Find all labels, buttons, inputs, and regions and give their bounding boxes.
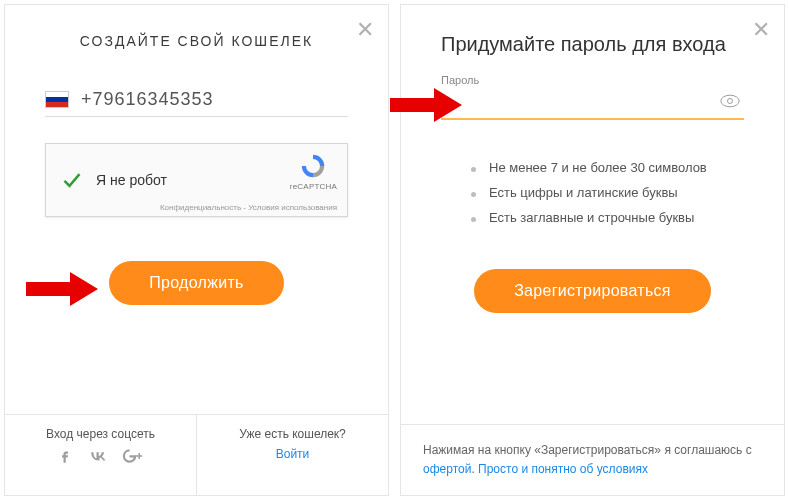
recaptcha-widget[interactable]: Я не робот reCAPTCHA Конфиденциальность … [45,143,348,217]
panel-title: Придумайте пароль для входа [441,33,784,56]
register-button[interactable]: Зарегистрироваться [474,269,711,313]
arrow-annotation-icon [390,88,450,118]
rule-item: Есть цифры и латинские буквы [471,185,784,200]
svg-point-0 [721,95,739,107]
have-wallet-block: Уже есть кошелек? Войти [196,415,388,495]
google-plus-icon[interactable] [122,447,146,465]
continue-button[interactable]: Продолжить [109,261,283,305]
eye-icon[interactable] [720,94,740,112]
svg-rect-2 [26,282,70,296]
flag-ru-icon[interactable] [45,91,69,108]
left-footer: Вход через соцсеть Уже есть кошелек? Вой… [5,414,388,495]
vk-icon[interactable] [86,447,110,465]
terms-link[interactable]: Просто и понятно об условиях [478,462,648,476]
facebook-icon[interactable] [56,447,74,465]
social-login-label: Вход через соцсеть [5,427,196,441]
captcha-terms[interactable]: Конфиденциальность - Условия использован… [160,203,337,212]
create-wallet-panel: ✕ СОЗДАЙТЕ СВОЙ КОШЕЛЕК +79616345353 Я н… [4,4,389,496]
svg-marker-5 [434,88,462,122]
offer-link[interactable]: офертой [423,462,471,476]
create-password-panel: ✕ Придумайте пароль для входа Пароль Не … [400,4,785,496]
svg-marker-3 [70,272,98,306]
have-wallet-label: Уже есть кошелек? [197,427,388,441]
password-label: Пароль [441,74,784,86]
social-login-block: Вход через соцсеть [5,415,196,495]
password-rules: Не менее 7 и не более 30 символов Есть ц… [471,160,784,225]
arrow-annotation-icon [26,272,86,302]
rule-item: Не менее 7 и не более 30 символов [471,160,784,175]
disclaimer: Нажимая на кнопку «Зарегистрироваться» я… [401,424,784,495]
password-input[interactable] [441,90,744,120]
svg-rect-4 [390,98,434,112]
phone-input[interactable]: +79616345353 [45,89,348,117]
svg-point-1 [728,99,733,104]
captcha-label: Я не робот [96,172,167,188]
rule-item: Есть заглавные и строчные буквы [471,210,784,225]
phone-value: +79616345353 [81,89,214,110]
recaptcha-icon: reCAPTCHA [290,152,337,191]
panel-title: СОЗДАЙТЕ СВОЙ КОШЕЛЕК [5,33,388,49]
login-link[interactable]: Войти [276,447,310,461]
close-icon[interactable]: ✕ [356,19,374,41]
checkmark-icon [62,170,82,190]
close-icon[interactable]: ✕ [752,19,770,41]
